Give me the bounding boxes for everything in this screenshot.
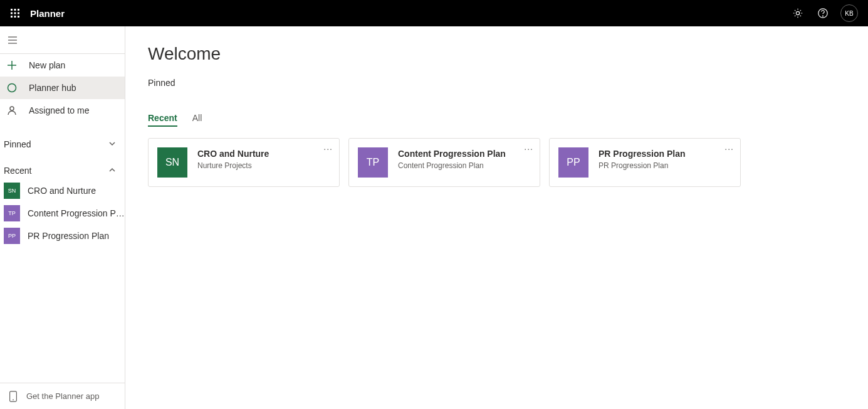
nav-label: Assigned to me	[29, 105, 90, 115]
svg-point-17	[8, 84, 16, 92]
plan-label: CRO and Nurture	[28, 186, 96, 196]
plan-tile: SN	[4, 183, 20, 199]
tabs: Recent All	[148, 113, 845, 127]
plan-cards: SN CRO and Nurture Nurture Projects ··· …	[148, 138, 845, 187]
plan-tile: PP	[4, 228, 20, 244]
svg-point-18	[10, 107, 14, 110]
plus-icon	[6, 60, 18, 71]
svg-rect-4	[14, 13, 16, 14]
plan-subtitle: Nurture Projects	[197, 161, 269, 170]
get-app-label: Get the Planner app	[26, 391, 99, 401]
more-icon[interactable]: ···	[724, 144, 734, 154]
sidebar-section-pinned[interactable]: Pinned	[0, 133, 125, 153]
chevron-down-icon	[108, 139, 116, 149]
hamburger-row	[0, 26, 125, 54]
plan-label: Content Progression Plan	[28, 208, 125, 218]
sidebar-plan-item[interactable]: TP Content Progression Plan	[0, 202, 125, 225]
nav-new-plan[interactable]: New plan	[0, 54, 125, 77]
top-bar: Planner KB	[0, 0, 868, 26]
plan-card[interactable]: SN CRO and Nurture Nurture Projects ···	[148, 138, 340, 187]
section-label: Recent	[4, 166, 31, 176]
svg-rect-6	[11, 16, 13, 18]
plan-tile: TP	[4, 205, 20, 221]
svg-rect-0	[11, 9, 13, 11]
nav-planner-hub[interactable]: Planner hub	[0, 77, 125, 99]
avatar[interactable]: KB	[840, 4, 858, 22]
plan-subtitle: PR Progression Plan	[599, 161, 685, 170]
get-app-link[interactable]: Get the Planner app	[0, 383, 125, 409]
svg-point-11	[823, 16, 824, 16]
plan-card[interactable]: PP PR Progression Plan PR Progression Pl…	[549, 138, 741, 187]
svg-rect-3	[11, 13, 13, 14]
chevron-up-icon	[108, 166, 116, 176]
sidebar: New plan Planner hub Assigned to me Pinn…	[0, 26, 125, 409]
tab-all[interactable]: All	[192, 113, 202, 127]
circle-icon	[6, 82, 18, 93]
person-icon	[6, 105, 18, 116]
plan-subtitle: Content Progression Plan	[398, 161, 506, 170]
app-name: Planner	[30, 8, 65, 19]
plan-label: PR Progression Plan	[28, 231, 109, 241]
tab-recent[interactable]: Recent	[148, 113, 177, 127]
svg-point-9	[796, 11, 799, 14]
section-label: Pinned	[4, 139, 31, 149]
plan-tile: TP	[358, 147, 388, 178]
plan-card[interactable]: TP Content Progression Plan Content Prog…	[348, 138, 540, 187]
help-icon[interactable]	[810, 0, 835, 26]
nav-assigned-to-me[interactable]: Assigned to me	[0, 99, 125, 122]
svg-rect-5	[18, 13, 19, 14]
svg-rect-7	[14, 16, 16, 18]
svg-rect-2	[18, 9, 19, 11]
sidebar-plan-item[interactable]: SN CRO and Nurture	[0, 179, 125, 202]
app-launcher-icon[interactable]	[5, 3, 25, 23]
plan-title: CRO and Nurture	[197, 149, 269, 159]
plan-title: Content Progression Plan	[398, 149, 506, 159]
svg-rect-1	[14, 9, 16, 11]
plan-tile: SN	[157, 147, 187, 178]
pinned-section-label: Pinned	[148, 78, 845, 88]
more-icon[interactable]: ···	[323, 144, 333, 154]
plan-title: PR Progression Plan	[599, 149, 685, 159]
mobile-icon	[9, 391, 18, 402]
nav-label: New plan	[29, 60, 65, 70]
plan-tile: PP	[558, 147, 588, 178]
hamburger-icon[interactable]	[8, 35, 18, 45]
sidebar-section-recent[interactable]: Recent	[0, 159, 125, 179]
nav-label: Planner hub	[29, 83, 76, 93]
svg-rect-8	[18, 16, 19, 18]
more-icon[interactable]: ···	[524, 144, 533, 154]
settings-icon[interactable]	[785, 0, 810, 26]
sidebar-plan-item[interactable]: PP PR Progression Plan	[0, 225, 125, 247]
page-title: Welcome	[148, 44, 845, 64]
main-content: Welcome Pinned Recent All SN CRO and Nur…	[125, 26, 868, 409]
